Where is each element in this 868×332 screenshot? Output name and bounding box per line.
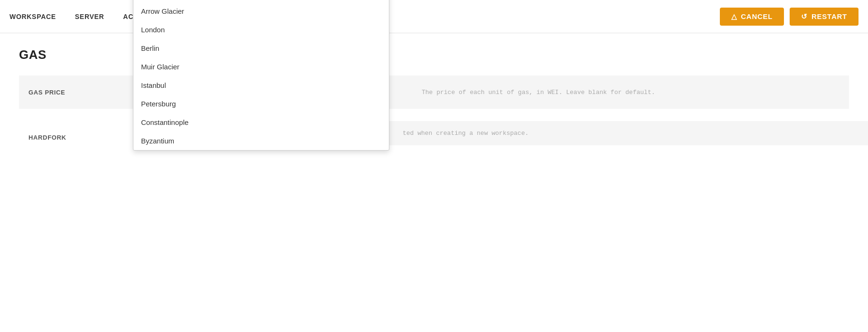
gas-price-hint: The price of each unit of gas, in WEI. L…: [399, 76, 849, 109]
dropdown-option-byzantium[interactable]: Byzantium: [133, 132, 389, 150]
dropdown-option-constantinople[interactable]: Constantinople: [133, 113, 389, 132]
dropdown-option-arrow-glacier[interactable]: Arrow Glacier: [133, 2, 389, 20]
hardfork-label: HARDFORK: [28, 134, 133, 141]
hardfork-dropdown-wrapper: Merge Gray Glacier Arrow Glacier London …: [133, 126, 389, 149]
restart-icon: ↺: [801, 12, 808, 21]
dropdown-option-petersburg[interactable]: Petersburg: [133, 95, 389, 113]
header-actions: △ CANCEL ↺ RESTART: [720, 8, 859, 26]
nav-workspace[interactable]: WORKSPACE: [9, 10, 56, 23]
gas-price-hint-text: The price of each unit of gas, in WEI. L…: [422, 89, 655, 96]
dropdown-option-istanbul[interactable]: Istanbul: [133, 76, 389, 95]
cancel-button[interactable]: △ CANCEL: [720, 8, 784, 26]
restart-button[interactable]: ↺ RESTART: [790, 8, 859, 26]
hardfork-left: HARDFORK Merge Gray Glacier Arrow Glacie…: [19, 117, 399, 158]
nav-server[interactable]: SERVER: [75, 10, 104, 23]
gas-price-label: GAS PRICE: [28, 89, 133, 96]
hardfork-dropdown-list: Merge Gray Glacier Arrow Glacier London …: [133, 0, 389, 151]
dropdown-option-london[interactable]: London: [133, 20, 389, 39]
info-row: ted when creating a new workspace.: [380, 121, 868, 145]
header: WORKSPACE SERVER ACCOUNTS & KEYS CHAIN A…: [0, 0, 868, 33]
dropdown-option-muir-glacier[interactable]: Muir Glacier: [133, 57, 389, 76]
dropdown-option-berlin[interactable]: Berlin: [133, 39, 389, 57]
info-text: ted when creating a new workspace.: [403, 130, 528, 137]
main-content: GAS GAS PRICE The price of each unit of …: [0, 33, 868, 172]
warning-icon: △: [731, 12, 737, 21]
